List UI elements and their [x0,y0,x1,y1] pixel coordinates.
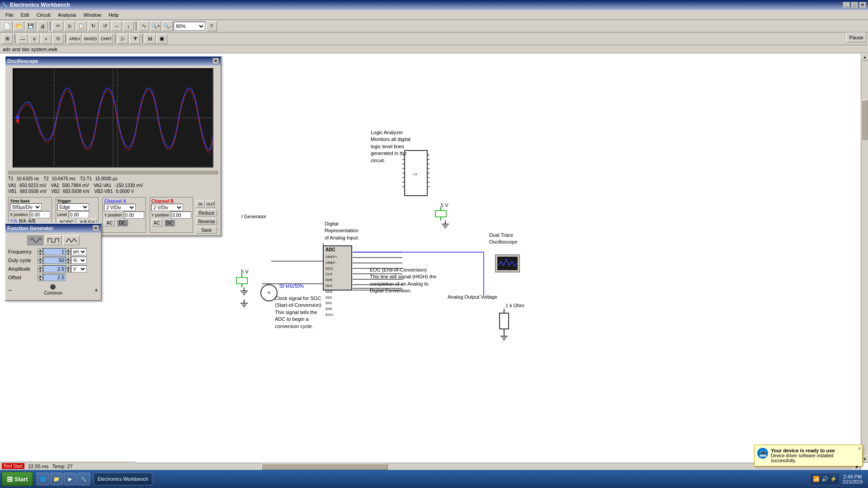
cha-ypos-input[interactable] [124,211,144,219]
freq-unit-down[interactable]: ▼ [66,252,71,255]
channel-b-vdiv[interactable]: 2 V/Div 1 V/Div 5 V/Div [151,204,183,211]
taskbar-active-window[interactable]: Electronics Workbench [94,473,152,485]
freq-up[interactable]: ▲ [38,248,43,252]
vertical-scrollbar[interactable]: ▲ ▼ [861,53,868,463]
monitor-button[interactable]: ▣ [156,34,167,44]
offset-input[interactable] [43,274,66,281]
menu-edit[interactable]: Edit [17,11,33,19]
freq-input[interactable] [43,248,66,255]
osc-scroll[interactable] [8,170,218,175]
node-button[interactable]: ⊙ [52,34,63,44]
trigger-dropdown[interactable]: Edge Level [57,203,89,211]
duty-down[interactable]: ▼ [38,260,43,264]
waveform-button[interactable]: ∿ [138,21,149,31]
trigger-level-input[interactable] [69,211,89,218]
taskbar-explorer-icon[interactable]: 📁 [50,473,63,485]
analysis-button[interactable]: ⧩ [129,34,140,44]
paste-button[interactable]: 📋 [76,21,87,31]
menu-file[interactable]: File [2,11,17,19]
amp-unit-up[interactable]: ▲ [66,265,71,269]
menu-analysis[interactable]: Analysis [54,11,80,19]
junction-button[interactable]: + [41,34,52,44]
status-temp: Temp: 27 [52,464,73,469]
common-terminal[interactable] [50,284,56,290]
marker-button[interactable]: M [145,34,156,44]
area-label[interactable]: AREA [68,34,81,44]
duty-unit-dropdown[interactable]: % [71,257,87,264]
minimize-button[interactable]: _ [843,2,850,8]
zoom-in-button[interactable]: 🔍+ [150,21,161,31]
amp-unit-dropdown[interactable]: V mV [71,265,87,272]
grid-button[interactable]: ⊞ [2,34,13,44]
flip-h-button[interactable]: ↔ [111,21,122,31]
osc-close-button[interactable]: ✕ [212,58,219,64]
taskbar-media-icon[interactable]: ▶ [64,473,76,485]
flip-v-button[interactable]: ↕ [123,21,134,31]
save-osc-button[interactable]: Save [196,226,217,234]
freq-unit-dropdown[interactable]: kHz Hz MHz [71,248,87,255]
timebase-dropdown[interactable]: 500µs/Div 1ms/Div 2ms/Div [10,203,42,211]
amp-input[interactable] [43,265,66,272]
scroll-thumb-h[interactable] [261,464,388,470]
cha-dc-button[interactable]: DC [117,219,127,226]
print-button[interactable]: 🖨 [37,21,48,31]
rotate-ccw-button[interactable]: ↺ [99,21,110,31]
offset-down[interactable]: ▼ [38,277,43,281]
chart-btn[interactable]: CHRT [99,34,113,44]
zoom-out-button[interactable]: 🔍- [162,21,173,31]
mixed-btn[interactable]: MIXED [82,34,99,44]
osc-t2-section: T2 10.6475 ms [43,176,75,181]
pause-button[interactable]: Pause [846,33,866,42]
wire-button[interactable]: — [17,34,28,44]
open-button[interactable]: 📂 [14,21,24,31]
chb-ypos-input[interactable] [171,211,191,219]
amp-unit-down[interactable]: ▼ [66,269,71,272]
menu-window[interactable]: Window [80,11,105,19]
sine-wave-button[interactable] [27,235,43,245]
menu-circuit[interactable]: Circuit [33,11,54,19]
help-button[interactable]: ? [206,21,217,31]
simulate-button[interactable]: ▷ [118,34,128,44]
chb-dc-button[interactable]: DC [164,219,175,226]
scroll-up-arrow[interactable]: ▲ [861,53,868,61]
save-button[interactable]: 💾 [25,21,36,31]
reverse-button[interactable]: Reverse [196,218,217,225]
amp-up[interactable]: ▲ [38,265,43,269]
taskbar-ie-icon[interactable]: 🌐 [37,473,49,485]
funcgen-close-button[interactable]: ✕ [93,225,99,231]
chb-ac-button[interactable]: AC [151,219,162,226]
channel-a-vdiv[interactable]: 2 V/Div 1 V/Div 5 V/Div [104,204,136,211]
bus-button[interactable]: ≡ [29,34,40,44]
square-wave-button[interactable] [45,235,61,245]
notification-subtitle: Device driver software installed success… [771,453,859,463]
maximize-button[interactable]: □ [851,2,858,8]
funcgen-minus-terminal[interactable]: − [8,286,12,294]
scroll-thumb-v[interactable] [861,100,868,139]
osc-in-button[interactable]: IN [196,201,205,208]
new-button[interactable]: 📄 [2,21,13,31]
cut-button[interactable]: ✂ [52,21,63,31]
duty-input[interactable] [43,257,66,264]
freq-down[interactable]: ▼ [38,252,43,255]
taskbar-app-icon[interactable]: 🔧 [77,473,90,485]
reduce-button[interactable]: Reduce [196,209,217,216]
duty-up[interactable]: ▲ [38,257,43,260]
duty-unit-down[interactable]: ▼ [66,260,71,264]
close-button[interactable]: ✕ [859,2,866,8]
xpos-input[interactable] [30,211,50,218]
copy-button[interactable]: ⎘ [64,21,75,31]
osc-out-button[interactable]: OUT [206,201,215,208]
offset-up[interactable]: ▲ [38,274,43,277]
duty-unit-up[interactable]: ▲ [66,257,71,260]
zoom-dropdown[interactable]: 80% 50% 60% 70% 90% 100% 125% 150% [174,22,205,31]
notification-close-button[interactable]: ✕ [858,446,861,451]
menu-help[interactable]: Help [105,11,123,19]
triangle-wave-button[interactable] [63,235,80,245]
freq-unit-up[interactable]: ▲ [66,248,71,252]
separator6 [142,34,143,43]
start-button[interactable]: ⊞ Start [2,472,33,486]
funcgen-plus-terminal[interactable]: + [94,286,98,294]
rotate-cw-button[interactable]: ↻ [88,21,99,31]
amp-down[interactable]: ▼ [38,269,43,272]
cha-ac-button[interactable]: AC [104,219,115,226]
